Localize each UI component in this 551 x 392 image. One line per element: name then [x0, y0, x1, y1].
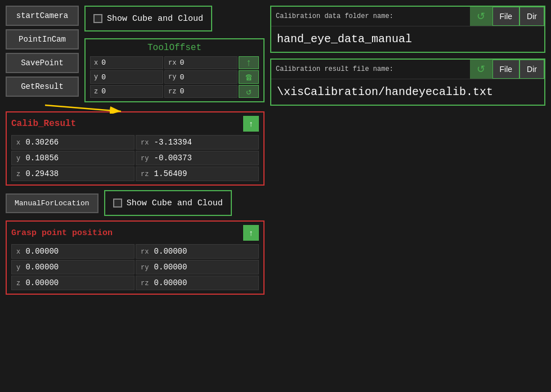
show-cube-bottom-label: Show Cube and Cloud	[127, 199, 223, 208]
tool-offset-rx-cell: rx 0	[164, 56, 238, 69]
tool-offset-row3-btn[interactable]: ↺	[239, 85, 259, 98]
calibration-folder-section: Calibration data folder name: ↺ File Dir…	[270, 6, 545, 53]
calib-result-title: Calib_Result	[11, 119, 76, 129]
manual-for-location-button[interactable]: ManualForLocation	[6, 193, 98, 213]
tool-offset-section: ToolOffset x 0 rx 0 ↑	[84, 38, 265, 102]
grasp-ry-cell: ry 0.00000	[136, 260, 259, 274]
tool-offset-y-value: 0	[101, 73, 106, 82]
show-cube-bottom-container: Show Cube and Cloud	[104, 190, 232, 216]
calibration-folder-refresh-btn[interactable]: ↺	[470, 7, 492, 26]
calib-x-cell: x 0.30266	[11, 135, 135, 150]
tool-offset-rx-value: 0	[180, 58, 184, 67]
calibration-folder-dir-btn[interactable]: Dir	[519, 7, 544, 26]
calib-z-cell: z 0.29438	[11, 166, 135, 181]
grasp-rx-value: 0.00000	[154, 247, 187, 256]
show-cube-top-label: Show Cube and Cloud	[107, 14, 203, 24]
point-in-cam-button[interactable]: PointInCam	[6, 29, 79, 49]
tool-offset-ry-value: 0	[180, 73, 184, 82]
calib-result-section: Calib_Result ↑ x 0.30266 rx -3.13394	[6, 111, 265, 186]
calib-ry-value: -0.00373	[154, 154, 192, 163]
calibration-result-file-label: Calibration result file name:	[271, 62, 470, 76]
grasp-z-cell: z 0.00000	[11, 276, 135, 290]
tool-offset-y-cell: y 0	[90, 70, 163, 84]
calib-result-action-btn[interactable]: ↑	[243, 116, 259, 132]
grasp-x-value: 0.00000	[25, 247, 59, 256]
calib-y-value: 0.10856	[25, 154, 59, 163]
grasp-action-btn[interactable]: ↑	[243, 225, 259, 241]
calib-rz-value: 1.56409	[154, 169, 187, 178]
grasp-y-value: 0.00000	[25, 263, 59, 272]
tool-offset-z-cell: z 0	[90, 85, 163, 98]
calibration-folder-file-btn[interactable]: File	[492, 7, 520, 26]
get-result-button[interactable]: GetResult	[6, 76, 79, 97]
calibration-folder-value: hand_eye_data_manual	[277, 33, 412, 46]
calibration-result-file-dir-btn[interactable]: Dir	[519, 60, 544, 79]
calib-rz-cell: rz 1.56409	[136, 166, 259, 181]
grasp-rz-value: 0.00000	[154, 278, 187, 287]
show-cube-top-checkbox[interactable]	[93, 14, 102, 23]
calib-z-value: 0.29438	[25, 169, 59, 178]
svg-line-1	[45, 105, 121, 111]
start-camera-button[interactable]: startCamera	[6, 6, 79, 26]
tool-offset-x-cell: x 0	[90, 56, 163, 69]
bottom-row: ManualForLocation Show Cube and Cloud	[6, 190, 265, 216]
grasp-section: Grasp point position ↑ x 0.00000 rx 0.00…	[6, 220, 265, 295]
grasp-z-value: 0.00000	[25, 278, 59, 287]
tool-offset-rz-value: 0	[180, 87, 184, 96]
calib-rx-value: -3.13394	[154, 138, 192, 147]
calibration-folder-label: Calibration data folder name:	[271, 9, 470, 24]
show-cube-bottom-checkbox[interactable]	[113, 199, 122, 208]
calibration-result-file-value: \xisCalibration/handeyecalib.txt	[277, 85, 493, 98]
tool-offset-row2-btn[interactable]: ☎	[239, 70, 259, 84]
calib-x-value: 0.30266	[25, 138, 59, 147]
calibration-result-file-section: Calibration result file name: ↺ File Dir…	[270, 58, 545, 106]
grasp-title-text: Grasp point position	[11, 228, 113, 238]
grasp-rz-cell: rz 0.00000	[136, 276, 259, 290]
grasp-y-cell: y 0.00000	[11, 260, 135, 274]
tool-offset-title: ToolOffset	[90, 43, 259, 53]
calibration-result-file-refresh-btn[interactable]: ↺	[470, 60, 492, 79]
calib-y-cell: y 0.10856	[11, 151, 135, 165]
calib-rx-cell: rx -3.13394	[136, 135, 259, 150]
tool-offset-rz-cell: rz 0	[164, 85, 238, 98]
arrow-indicator	[39, 97, 129, 114]
tool-offset-ry-cell: ry 0	[164, 70, 238, 84]
tool-offset-x-value: 0	[101, 58, 106, 67]
grasp-x-cell: x 0.00000	[11, 244, 135, 259]
grasp-ry-value: 0.00000	[154, 263, 187, 272]
calib-ry-cell: ry -0.00373	[136, 151, 259, 165]
save-point-button[interactable]: SavePoint	[6, 53, 79, 73]
calibration-result-file-file-btn[interactable]: File	[492, 60, 520, 79]
grasp-rx-cell: rx 0.00000	[136, 244, 259, 259]
tool-offset-row1-btn[interactable]: ↑	[239, 56, 259, 69]
tool-offset-z-value: 0	[101, 87, 106, 96]
show-cube-top-container: Show Cube and Cloud	[84, 6, 212, 31]
